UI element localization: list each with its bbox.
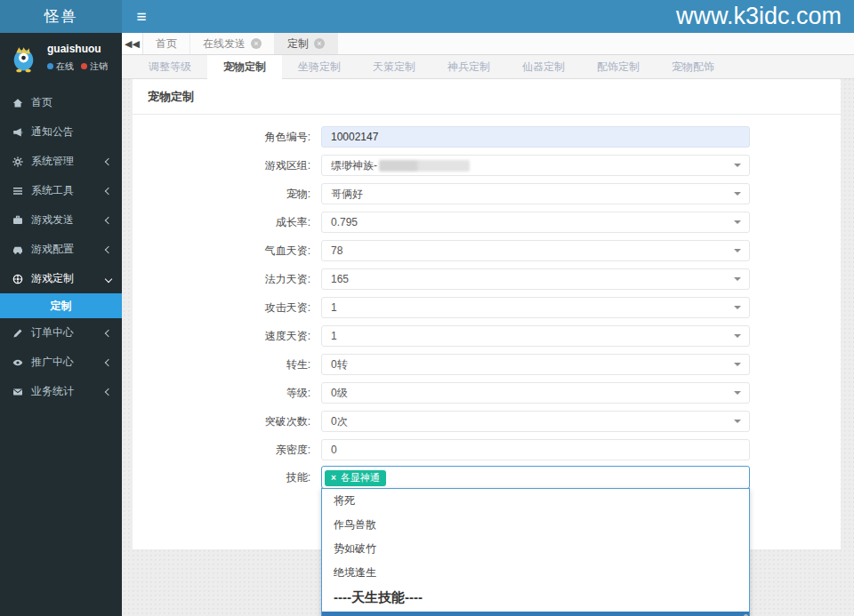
skill-tag[interactable]: × 各显神通: [325, 470, 386, 486]
field-label-attack-aptitude: 攻击天资:: [133, 300, 321, 316]
sidebar-item-system-tools[interactable]: 系统工具: [0, 176, 122, 205]
pet-select[interactable]: 哥俩好: [321, 183, 750, 204]
field-label-rebirth: 转生:: [133, 357, 321, 372]
panel-title: 宠物定制: [133, 79, 841, 115]
list-icon: [12, 186, 24, 196]
field-label-speed-aptitude: 速度天资:: [133, 329, 321, 344]
caret-down-icon: [734, 192, 741, 196]
online-dot-icon: [47, 63, 53, 69]
app-logo[interactable]: 怪兽: [0, 0, 122, 33]
sidebar-item-business-stats[interactable]: 业务统计: [0, 377, 122, 406]
redacted-text: [379, 160, 470, 172]
intimacy-input[interactable]: [321, 439, 750, 460]
attack-aptitude-select[interactable]: 1: [321, 297, 750, 318]
top-navbar: ≡ www.k3idc.com: [122, 0, 854, 33]
subtab-accessory-custom[interactable]: 配饰定制: [581, 55, 656, 78]
caret-down-icon: [734, 391, 741, 395]
briefcase-icon: [12, 215, 24, 226]
chevron-left-icon: [105, 358, 112, 365]
close-icon[interactable]: ×: [314, 38, 325, 49]
subtab-weapon-custom[interactable]: 神兵定制: [431, 55, 506, 78]
pet-custom-panel: 宠物定制 角色编号: 游戏区组: 缥缈神族- 宠物: 哥俩好: [133, 79, 841, 549]
field-label-mana-aptitude: 法力天资:: [133, 272, 321, 287]
sidebar-item-home[interactable]: 首页: [0, 88, 122, 117]
tab-online-send[interactable]: 在线发送 ×: [190, 33, 275, 54]
mana-aptitude-select[interactable]: 165: [321, 268, 750, 290]
sidebar-item-promotion[interactable]: 推广中心: [0, 348, 122, 377]
skills-field-row: 技能: × 各显神通 将死 作鸟兽散 势如破竹 绝境逢生 ----天生技能---…: [133, 466, 841, 489]
status-online: 在线: [47, 60, 74, 73]
megaphone-icon: [12, 127, 24, 138]
custom-subtabs: 调整等级 宠物定制 坐骑定制 天策定制 神兵定制 仙器定制 配饰定制 宠物配饰: [122, 55, 854, 79]
sidebar-item-system-admin[interactable]: 系统管理: [0, 147, 122, 176]
subtab-tiance-custom[interactable]: 天策定制: [357, 55, 431, 78]
sidebar-menu: 首页 通知公告 系统管理 系统工具 游戏发送 游戏配置 游戏定制: [0, 88, 122, 406]
game-zone-select[interactable]: 缥缈神族-: [321, 155, 750, 176]
chevron-down-icon: [105, 275, 112, 282]
sidebar-item-game-custom[interactable]: 游戏定制: [0, 264, 122, 293]
eye-icon: [12, 357, 24, 368]
sidebar-item-announcements[interactable]: 通知公告: [0, 117, 122, 147]
skills-dropdown: 将死 作鸟兽散 势如破竹 绝境逢生 ----天生技能---- 各显神通: [321, 488, 750, 616]
sidebar-subitem-custom[interactable]: 定制: [0, 293, 122, 318]
hp-aptitude-select[interactable]: 78: [321, 240, 750, 261]
caret-down-icon: [734, 277, 741, 281]
level-select[interactable]: 0级: [321, 382, 750, 404]
car-icon: [12, 244, 24, 255]
pet-custom-form: 角色编号: 游戏区组: 缥缈神族- 宠物: 哥俩好 成长率:: [133, 115, 841, 489]
avatar: [7, 41, 40, 74]
dropdown-group-header: ----天生技能----: [322, 585, 749, 612]
sidebar-item-game-send[interactable]: 游戏发送: [0, 205, 122, 235]
subtab-pet-accessory[interactable]: 宠物配饰: [656, 55, 730, 78]
collapse-tabs-button[interactable]: ◀◀: [122, 33, 143, 54]
tab-home[interactable]: 首页: [143, 33, 190, 54]
pencil-icon: [12, 328, 24, 339]
dropdown-option-selected[interactable]: 各显神通: [322, 612, 749, 616]
sidebar-item-game-config[interactable]: 游戏配置: [0, 235, 122, 264]
caret-down-icon: [734, 306, 741, 309]
envelope-icon: [12, 387, 24, 397]
dropdown-option[interactable]: 作鸟兽散: [322, 513, 749, 537]
home-icon: [12, 98, 24, 108]
tab-custom[interactable]: 定制 ×: [275, 33, 338, 54]
dropdown-option[interactable]: 势如破竹: [322, 537, 749, 561]
chevron-left-icon: [105, 187, 112, 194]
growth-rate-select[interactable]: 0.795: [321, 212, 750, 233]
breakthrough-select[interactable]: 0次: [321, 411, 750, 432]
content-area: ◀◀ 首页 在线发送 × 定制 × 调整等级 宠物定制 坐骑定制 天策定制 神兵…: [122, 33, 854, 616]
remove-tag-icon[interactable]: ×: [331, 473, 336, 483]
subtab-pet-custom[interactable]: 宠物定制: [207, 55, 282, 79]
field-label-breakthrough: 突破次数:: [133, 414, 321, 429]
caret-down-icon: [734, 420, 741, 423]
rebirth-select[interactable]: 0转: [321, 354, 750, 375]
field-label-role-id: 角色编号:: [133, 130, 321, 145]
wheel-icon: [12, 274, 24, 284]
chevron-left-icon: [105, 388, 112, 395]
dropdown-option[interactable]: 将死: [322, 489, 749, 513]
field-label-game-zone: 游戏区组:: [133, 158, 321, 173]
sidebar-item-orders[interactable]: 订单中心: [0, 318, 122, 348]
dropdown-option[interactable]: 绝境逢生: [322, 561, 749, 585]
skills-multiselect[interactable]: × 各显神通: [321, 466, 750, 489]
chevron-left-icon: [105, 245, 112, 252]
speed-aptitude-select[interactable]: 1: [321, 325, 750, 347]
field-label-level: 等级:: [133, 386, 321, 401]
close-icon[interactable]: ×: [251, 38, 262, 49]
caret-down-icon: [734, 363, 741, 366]
field-label-pet: 宠物:: [133, 187, 321, 202]
gear-icon: [12, 156, 24, 167]
sidebar-toggle-icon[interactable]: ≡: [122, 0, 161, 33]
subtab-artifact-custom[interactable]: 仙器定制: [506, 55, 581, 78]
logout-dot-icon: [81, 63, 87, 69]
field-label-intimacy: 亲密度:: [133, 443, 321, 458]
subtab-mount-custom[interactable]: 坐骑定制: [282, 55, 357, 78]
logout-link[interactable]: 注销: [81, 60, 108, 73]
caret-down-icon: [734, 164, 741, 167]
watermark-text: www.k3idc.com: [676, 0, 842, 33]
subtab-adjust-level[interactable]: 调整等级: [133, 55, 207, 78]
caret-down-icon: [734, 220, 741, 224]
chevron-left-icon: [105, 157, 112, 164]
sidebar: guaishuou 在线 注销 首页 通知公告 系统管理: [0, 33, 122, 616]
caret-down-icon: [734, 249, 741, 252]
role-id-input[interactable]: [321, 126, 750, 148]
